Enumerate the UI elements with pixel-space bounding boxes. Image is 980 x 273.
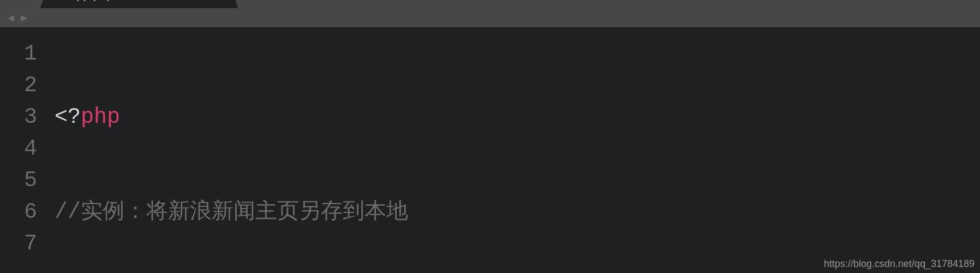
line-number: 7 <box>0 228 37 260</box>
nav-arrows: ◀ ▶ <box>8 11 27 25</box>
tab-label: app.php <box>70 0 113 2</box>
code-line: <?php <box>55 102 657 133</box>
tab-app-php[interactable]: app.php × <box>55 0 224 8</box>
nav-forward-icon[interactable]: ▶ <box>21 11 27 25</box>
close-icon[interactable]: × <box>210 0 216 1</box>
comment: //实例：将新浪新闻主页另存到本地 <box>55 200 408 224</box>
line-number: 6 <box>0 197 37 228</box>
toolbar: ◀ ▶ <box>0 8 980 27</box>
php-open-tag: <? <box>55 105 81 129</box>
line-number: 5 <box>0 165 37 197</box>
code-body[interactable]: <?php //实例：将新浪新闻主页另存到本地 $filename = "htt… <box>44 38 657 273</box>
line-gutter: 1 2 3 4 5 6 7 <box>0 38 44 273</box>
tab-bar: app.php × <box>0 0 980 8</box>
code-editor[interactable]: 1 2 3 4 5 6 7 <?php //实例：将新浪新闻主页另存到本地 $f… <box>0 27 980 273</box>
line-number: 3 <box>0 102 37 133</box>
code-line: //实例：将新浪新闻主页另存到本地 <box>55 197 657 228</box>
line-number: 2 <box>0 70 37 102</box>
line-number: 1 <box>0 38 37 70</box>
line-number: 4 <box>0 133 37 165</box>
php-keyword: php <box>81 105 120 129</box>
nav-back-icon[interactable]: ◀ <box>8 11 14 25</box>
watermark: https://blog.csdn.net/qq_31784189 <box>824 258 975 270</box>
